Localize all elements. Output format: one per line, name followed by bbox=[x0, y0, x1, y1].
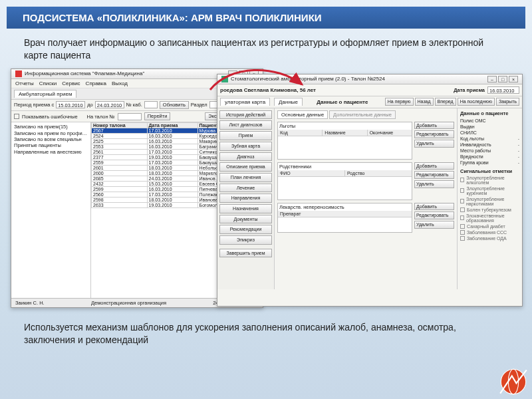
date-to-input[interactable]: 24.03.2010 bbox=[95, 101, 124, 108]
relatives-grid[interactable]: Родственники ФИО Родство bbox=[277, 162, 412, 200]
nav-item[interactable]: Направленные на анестезию bbox=[13, 149, 89, 155]
close-panel-button[interactable]: Закрыть bbox=[496, 98, 519, 106]
forward-button[interactable]: Вперед bbox=[435, 98, 456, 106]
side-treatment-plan[interactable]: План лечения bbox=[219, 173, 272, 182]
window-title-text: Информационная система "Флагман-Медицина… bbox=[25, 70, 144, 76]
info-title: Данные о пациенте bbox=[460, 110, 519, 116]
col-date[interactable]: Дата приема bbox=[147, 123, 198, 128]
side-diagnosis[interactable]: Диагноз bbox=[219, 152, 272, 162]
first-button[interactable]: На первую bbox=[385, 98, 414, 106]
workspace: Информационная система "Флагман-Медицина… bbox=[11, 68, 521, 315]
delete-button[interactable]: Удалить bbox=[414, 140, 454, 148]
relatives-actions: Добавить Редактировать Удалить bbox=[414, 162, 454, 188]
patient-body: История действий Лист диагнозов Прием Зу… bbox=[217, 108, 522, 289]
nav-item[interactable]: Записано на прием по профилю bbox=[13, 130, 89, 136]
nav-item[interactable]: Записано на прием(15) bbox=[13, 124, 89, 130]
back-button[interactable]: Назад bbox=[415, 98, 434, 106]
category-list: Записано на прием(15) Записано на прием … bbox=[11, 122, 91, 299]
benefits-grid[interactable]: Льготы Код Название Окончание bbox=[277, 122, 412, 160]
signal-item[interactable]: Сахарный диабет bbox=[460, 224, 519, 229]
section-buttons: История действий Лист диагнозов Прием Зу… bbox=[217, 108, 275, 289]
info-row: Полис ОМС bbox=[460, 118, 519, 123]
show-errors-checkbox[interactable] bbox=[14, 114, 19, 119]
visit-date-input[interactable]: 16.03.2010 bbox=[487, 86, 519, 94]
menu-lists[interactable]: Списки bbox=[39, 80, 57, 86]
edit-button[interactable]: Редактировать bbox=[414, 211, 454, 219]
goto-button[interactable]: Перейти bbox=[144, 112, 171, 120]
nav-item[interactable]: Записано по всем специальн bbox=[13, 136, 89, 142]
window-controls: – □ × bbox=[487, 76, 518, 82]
maximize-button[interactable]: □ bbox=[498, 76, 507, 82]
side-treatment[interactable]: Лечение bbox=[219, 184, 272, 193]
col-code: Код bbox=[278, 130, 323, 136]
menu-exit[interactable]: Выход bbox=[112, 80, 128, 86]
delete-button[interactable]: Удалить bbox=[414, 221, 454, 229]
nav-item[interactable]: Принятые пациенты bbox=[13, 142, 89, 148]
ticket-label: На талон № bbox=[87, 114, 115, 120]
signal-item[interactable]: Злокачественные образования bbox=[460, 213, 519, 223]
subtab-extra[interactable]: Дополнительные данные bbox=[329, 110, 396, 119]
add-button[interactable]: Добавить bbox=[414, 203, 454, 211]
side-documents[interactable]: Документы bbox=[219, 215, 272, 224]
signal-item[interactable]: Злоупотребление наркотиками bbox=[460, 197, 519, 206]
menu-service[interactable]: Сервис bbox=[62, 80, 80, 86]
info-row: Вредности- bbox=[460, 154, 519, 159]
app-icon bbox=[221, 76, 228, 82]
patient-data-panel: Основные данные Дополнительные данные Ль… bbox=[275, 108, 457, 289]
side-diagnoses-list[interactable]: Лист диагнозов bbox=[219, 120, 272, 130]
col-end: Окончание bbox=[368, 130, 412, 136]
edit-button[interactable]: Редактировать bbox=[414, 171, 454, 179]
show-errors-label: Показывать ошибочные bbox=[22, 114, 78, 120]
date-from-input[interactable]: 15.03.2010 bbox=[56, 101, 85, 108]
info-row: Код льготы- bbox=[460, 136, 519, 141]
side-tooth-chart[interactable]: Зубная карта bbox=[219, 142, 272, 151]
globe-logo-icon bbox=[499, 367, 528, 396]
minimize-button[interactable]: – bbox=[487, 76, 497, 82]
side-visit-desc[interactable]: Описание приема bbox=[219, 162, 272, 172]
drugs-grid[interactable]: Лекарств. непереносимость Препарат bbox=[277, 203, 412, 233]
signal-item[interactable]: Заболевание ОДА bbox=[460, 236, 519, 241]
signal-item[interactable]: Злоупотребление алкоголем bbox=[460, 176, 519, 185]
status-org: Демонстрационная организация bbox=[91, 300, 166, 306]
window-titlebar[interactable]: Стоматологический амбулаторный прием (2.… bbox=[217, 74, 522, 84]
signal-item[interactable]: Заболевания ССС bbox=[460, 230, 519, 235]
add-button[interactable]: Добавить bbox=[414, 162, 454, 170]
side-epicrisis[interactable]: Эпикриз bbox=[219, 235, 272, 245]
edit-button[interactable]: Редактировать bbox=[414, 130, 454, 138]
section-label: Раздел bbox=[191, 102, 207, 108]
tab-ambulatory[interactable]: Амбулаторный прием bbox=[14, 90, 76, 98]
cab-input[interactable] bbox=[144, 101, 158, 108]
side-finish[interactable]: Завершить прием bbox=[219, 249, 272, 258]
window-patient-card: Стоматологический амбулаторный прием (2.… bbox=[217, 74, 523, 307]
app-icon bbox=[15, 70, 22, 77]
side-visit[interactable]: Прием bbox=[219, 131, 272, 140]
add-button[interactable]: Добавить bbox=[414, 122, 454, 130]
side-referrals[interactable]: Направления bbox=[219, 194, 272, 203]
side-history[interactable]: История действий bbox=[219, 110, 272, 120]
delete-button[interactable]: Удалить bbox=[414, 180, 454, 188]
cab-label: № каб. bbox=[126, 102, 142, 108]
subtab-main[interactable]: Основные данные bbox=[277, 110, 328, 119]
menu-reports[interactable]: Отчеты bbox=[15, 80, 34, 86]
info-row: Место работы- bbox=[460, 148, 519, 153]
drugs-title: Лекарств. непереносимость bbox=[278, 203, 412, 211]
record-toolbar: улаторная карта Данные Данные о пациенте… bbox=[217, 96, 522, 108]
benefits-actions: Добавить Редактировать Удалить bbox=[414, 122, 454, 148]
status-user: Заикин С. Н. bbox=[15, 300, 45, 306]
info-row: СНИЛС bbox=[460, 130, 519, 135]
col-ticket[interactable]: Номер талона bbox=[92, 123, 148, 128]
tab-data[interactable]: Данные bbox=[274, 98, 303, 106]
signal-item[interactable]: Злоупотребление курением bbox=[460, 186, 519, 196]
signal-item[interactable]: Болен туберкулезом bbox=[460, 207, 519, 212]
intro-text: Врач получает информацию о записанных па… bbox=[0, 29, 532, 66]
tab-amb-card[interactable]: улаторная карта bbox=[220, 98, 270, 106]
side-appointments[interactable]: Назначения bbox=[219, 204, 272, 213]
info-row: Группа крови- bbox=[460, 160, 519, 165]
benefits-title: Льготы bbox=[278, 122, 412, 130]
last-button[interactable]: На последнюю bbox=[458, 98, 495, 106]
close-button[interactable]: × bbox=[509, 76, 518, 82]
menu-help[interactable]: Справка bbox=[86, 80, 106, 86]
ticket-input[interactable] bbox=[118, 113, 142, 120]
side-recommendations[interactable]: Рекомендации bbox=[219, 225, 272, 234]
refresh-button[interactable]: Обновить bbox=[160, 101, 189, 109]
